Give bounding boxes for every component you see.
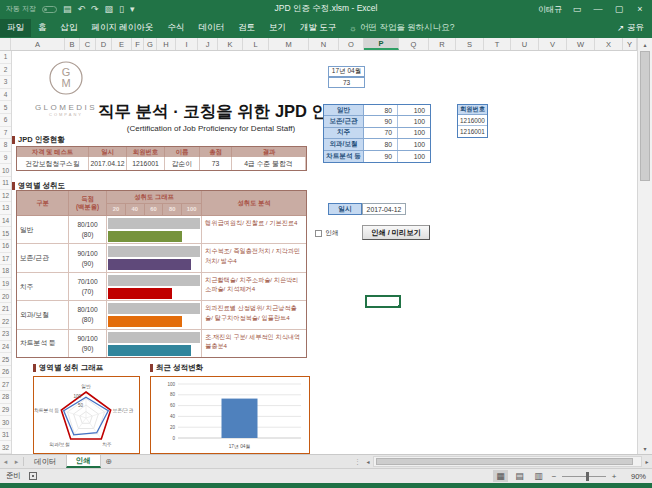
column-header-B[interactable]: B [65, 38, 80, 50]
scroll-down-icon[interactable]: ▾ [638, 442, 652, 454]
column-header-G[interactable]: G [144, 38, 157, 50]
column-header-D[interactable]: D [96, 38, 112, 50]
horizontal-scroll-track[interactable] [373, 456, 642, 467]
total-score-cell[interactable]: 73 [328, 77, 365, 88]
column-header-H[interactable]: H [157, 38, 176, 50]
column-header-X[interactable]: X [595, 38, 623, 50]
add-sheet-icon[interactable]: ⊕ [101, 455, 117, 468]
tab-splitter-icon[interactable]: ⋮ [352, 458, 363, 466]
undo-icon[interactable]: ↶ [77, 5, 85, 14]
column-header-Q[interactable]: Q [399, 38, 429, 50]
column-header-U[interactable]: U [511, 38, 539, 50]
column-header-P[interactable]: P [364, 38, 399, 50]
ribbon-tab-0[interactable]: 파일 [0, 19, 31, 37]
ribbon-tab-1[interactable]: 홈 [31, 19, 54, 37]
redo-icon[interactable]: ↷ [91, 5, 99, 14]
row-header-19[interactable]: 19 [0, 278, 11, 291]
row-header-18[interactable]: 18 [0, 265, 11, 278]
row-header-22[interactable]: 22 [0, 315, 11, 328]
document-icon[interactable]: ▯ [119, 5, 124, 14]
ribbon-tab-5[interactable]: 데이터 [191, 19, 231, 37]
customize-toolbar-icon[interactable]: ▾ [130, 5, 135, 14]
row-header-2[interactable]: 2 [0, 64, 11, 77]
column-header-C[interactable]: C [80, 38, 96, 50]
row-header-27[interactable]: 27 [0, 378, 11, 391]
row-header-7[interactable]: 7 [0, 127, 11, 140]
row-header-26[interactable]: 26 [0, 366, 11, 379]
autosave-toggle[interactable] [42, 6, 57, 13]
column-header-J[interactable]: J [198, 38, 218, 50]
tell-me-box[interactable]: ☼ 어떤 작업을 원하시나요? [349, 22, 454, 34]
ribbon-tab-3[interactable]: 페이지 레이아웃 [85, 19, 161, 37]
column-header-Y[interactable]: Y [623, 38, 637, 50]
column-header-A[interactable]: A [11, 38, 65, 50]
ribbon-tab-7[interactable]: 보기 [262, 19, 293, 37]
column-header-N[interactable]: N [309, 38, 339, 50]
row-header-30[interactable]: 30 [0, 416, 11, 429]
scroll-right-icon[interactable]: ▸ [642, 458, 652, 465]
vertical-scrollbar[interactable]: ▴ ▾ [637, 38, 652, 454]
row-header-8[interactable]: 8 [0, 139, 11, 152]
scroll-left-icon[interactable]: ◂ [363, 458, 373, 465]
row-header-21[interactable]: 21 [0, 303, 11, 316]
column-header-W[interactable]: W [567, 38, 595, 50]
row-header-3[interactable]: 3 [0, 76, 11, 89]
column-header-F[interactable]: F [132, 38, 144, 50]
vertical-scroll-thumb[interactable] [640, 51, 650, 181]
share-button[interactable]: ↗ 공유 [617, 22, 644, 34]
page-break-view-icon[interactable]: ▥ [531, 470, 546, 482]
column-header-S[interactable]: S [456, 38, 484, 50]
active-cell-selection[interactable] [365, 295, 401, 308]
close-button[interactable]: × [634, 4, 646, 14]
date-value-cell[interactable]: 2017-04-12 [362, 203, 406, 215]
row-header-23[interactable]: 23 [0, 328, 11, 341]
row-header-4[interactable]: 4 [0, 89, 11, 102]
user-name[interactable]: 이태규 [538, 4, 562, 15]
row-header-16[interactable]: 16 [0, 240, 11, 253]
row-header-13[interactable]: 13 [0, 202, 11, 215]
zoom-slider[interactable] [562, 476, 606, 477]
print-preview-button[interactable]: 인쇄 / 미리보기 [362, 225, 430, 240]
sheet-nav-left-icon[interactable]: ◂ [0, 455, 11, 468]
column-header-M[interactable]: M [269, 38, 309, 50]
page-layout-view-icon[interactable]: ▤ [512, 470, 527, 482]
column-header-K[interactable]: K [218, 38, 243, 50]
row-header-10[interactable]: 10 [0, 164, 11, 177]
column-header-L[interactable]: L [243, 38, 269, 50]
zoom-out-icon[interactable]: − [550, 472, 558, 481]
print-checkbox[interactable] [315, 230, 322, 237]
select-all-corner[interactable] [0, 38, 11, 50]
row-header-12[interactable]: 12 [0, 190, 11, 203]
row-header-28[interactable]: 28 [0, 391, 11, 404]
zoom-level[interactable]: 90% [622, 472, 646, 481]
normal-view-icon[interactable]: ▦ [493, 470, 508, 482]
row-header-14[interactable]: 14 [0, 215, 11, 228]
row-header-17[interactable]: 17 [0, 253, 11, 266]
maximize-button[interactable]: ▢ [613, 4, 625, 14]
row-header-5[interactable]: 5 [0, 101, 11, 114]
save-icon[interactable]: ▤ [63, 5, 72, 14]
sheet-tab-0[interactable]: 데이터 [25, 455, 66, 468]
row-header-25[interactable]: 25 [0, 353, 11, 366]
scroll-up-icon[interactable]: ▴ [638, 38, 652, 50]
minimize-button[interactable]: — [592, 4, 604, 14]
ribbon-tab-4[interactable]: 수식 [160, 19, 191, 37]
horizontal-scroll-thumb[interactable] [376, 458, 633, 465]
column-header-E[interactable]: E [112, 38, 132, 50]
macro-record-icon[interactable] [29, 472, 37, 480]
row-header-29[interactable]: 29 [0, 404, 11, 417]
row-header-15[interactable]: 15 [0, 227, 11, 240]
sheet-nav-right-icon[interactable]: ▸ [11, 455, 22, 468]
row-header-6[interactable]: 6 [0, 114, 11, 127]
row-header-11[interactable]: 11 [0, 177, 11, 190]
ribbon-options-icon[interactable]: ▭ [571, 4, 583, 14]
row-header-1[interactable]: 1 [0, 51, 11, 64]
column-header-V[interactable]: V [539, 38, 567, 50]
ribbon-tab-2[interactable]: 삽입 [54, 19, 85, 37]
ribbon-tab-8[interactable]: 개발 도구 [293, 19, 343, 37]
fill-handle[interactable] [398, 305, 401, 308]
row-header-31[interactable]: 31 [0, 429, 11, 442]
radar-chart[interactable]: 일반보존/근관치주외과/보철차트분석 등10050 [33, 376, 140, 454]
column-header-I[interactable]: I [176, 38, 198, 50]
zoom-in-icon[interactable]: + [610, 472, 618, 481]
